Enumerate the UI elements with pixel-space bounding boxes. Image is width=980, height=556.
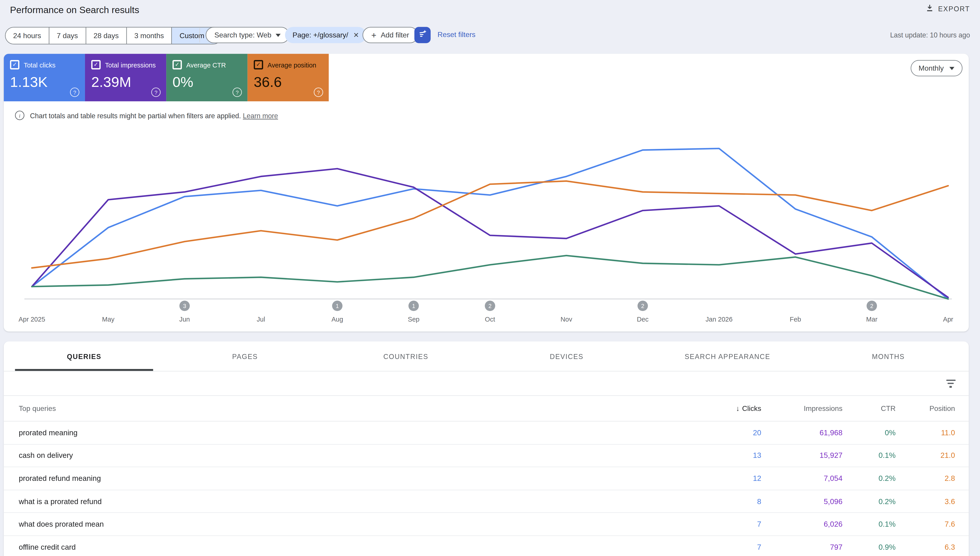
svg-text:Oct: Oct (485, 316, 495, 323)
smart-filter-button[interactable] (414, 27, 431, 43)
filter-bar: 24 hours 7 days 28 days 3 months Custom … (0, 27, 980, 44)
svg-text:Mar: Mar (866, 316, 877, 323)
tab-countries[interactable]: COUNTRIES (326, 341, 486, 371)
svg-text:Sep: Sep (408, 316, 420, 323)
svg-text:2: 2 (641, 303, 644, 309)
metric-value: 1.13K (10, 74, 79, 91)
granularity-label: Monthly (919, 64, 944, 72)
column-header-ctr[interactable]: CTR (843, 405, 896, 412)
checkbox-checked-icon[interactable]: ✓ (10, 60, 19, 70)
search-console-performance-page: Performance on Search results EXPORT 24 … (0, 0, 980, 556)
metric-tiles: ✓ Total clicks 1.13K ? ✓ Total impressio… (4, 54, 329, 101)
chevron-down-icon (949, 66, 954, 70)
column-header-top-queries[interactable]: Top queries (4, 405, 693, 412)
metric-label: Average CTR (186, 61, 226, 68)
page-filter-label: Page: +/glossary/ (292, 31, 348, 39)
help-icon[interactable]: ? (232, 87, 242, 97)
close-icon[interactable]: ✕ (353, 31, 359, 39)
table-row: offline credit card 7 797 0.9% 6.3 (4, 536, 969, 556)
date-range-28-days[interactable]: 28 days (85, 27, 126, 44)
svg-text:3: 3 (183, 303, 186, 309)
impressions-cell: 797 (761, 543, 843, 551)
tab-search-appearance[interactable]: SEARCH APPEARANCE (647, 341, 808, 371)
help-icon[interactable]: ? (314, 87, 323, 97)
add-filter-button[interactable]: + Add filter (363, 27, 418, 43)
svg-text:2: 2 (870, 303, 874, 309)
average-ctr-card[interactable]: ✓ Average CTR 0% ? (166, 54, 247, 101)
sort-desc-icon: ↓ (736, 405, 740, 412)
table-filter-icon[interactable] (946, 380, 956, 388)
svg-text:Nov: Nov (561, 316, 572, 323)
filter-divider (199, 28, 200, 43)
tab-queries[interactable]: QUERIES (4, 341, 164, 371)
reset-filters-link[interactable]: Reset filters (437, 31, 475, 38)
svg-text:1: 1 (412, 303, 415, 309)
table-row: prorated meaning 20 61,968 0% 11.0 (4, 422, 969, 444)
table-row: what is a prorated refund 8 5,096 0.2% 3… (4, 490, 969, 513)
svg-text:Dec: Dec (637, 316, 648, 323)
ctr-cell: 0.2% (843, 474, 896, 483)
position-cell: 3.6 (896, 497, 955, 506)
sparkle-filter-icon (417, 29, 427, 41)
tab-devices[interactable]: DEVICES (486, 341, 647, 371)
date-range-24-hours[interactable]: 24 hours (6, 27, 49, 44)
svg-text:Jan 2026: Jan 2026 (706, 316, 733, 323)
ctr-cell: 0.9% (843, 543, 896, 551)
tab-pages[interactable]: PAGES (164, 341, 326, 371)
query-cell[interactable]: cash on delivery (4, 451, 693, 460)
date-range-7-days[interactable]: 7 days (49, 27, 85, 44)
add-filter-label: Add filter (380, 31, 409, 39)
svg-text:May: May (102, 316, 114, 323)
impressions-cell: 61,968 (761, 428, 843, 437)
date-range-3-months[interactable]: 3 months (126, 27, 171, 44)
checkbox-checked-icon[interactable]: ✓ (254, 60, 263, 70)
column-header-position[interactable]: Position (896, 405, 955, 412)
clicks-cell: 12 (693, 474, 761, 483)
search-type-filter[interactable]: Search type: Web (206, 27, 290, 43)
svg-text:2: 2 (488, 303, 492, 309)
metric-label: Total clicks (24, 61, 55, 68)
position-cell: 2.8 (896, 474, 955, 483)
tab-months[interactable]: MONTHS (808, 341, 969, 371)
total-impressions-card[interactable]: ✓ Total impressions 2.39M ? (85, 54, 166, 101)
query-cell[interactable]: what is a prorated refund (4, 497, 693, 506)
page-title: Performance on Search results (10, 4, 139, 15)
learn-more-link[interactable]: Learn more (243, 112, 278, 119)
position-cell: 21.0 (896, 451, 955, 460)
export-button[interactable]: EXPORT (926, 4, 970, 13)
average-position-card[interactable]: ✓ Average position 36.6 ? (248, 54, 329, 101)
ctr-cell: 0% (843, 428, 896, 437)
granularity-dropdown[interactable]: Monthly (911, 60, 963, 76)
query-cell[interactable]: what does prorated mean (4, 520, 693, 529)
active-tab-indicator (15, 369, 153, 371)
help-icon[interactable]: ? (70, 87, 79, 97)
impressions-cell: 6,026 (761, 520, 843, 529)
column-header-impressions[interactable]: Impressions (761, 405, 843, 412)
custom-range-label: Custom (179, 32, 204, 39)
checkbox-checked-icon[interactable]: ✓ (172, 60, 182, 70)
total-clicks-card[interactable]: ✓ Total clicks 1.13K ? (4, 54, 85, 101)
help-icon[interactable]: ? (151, 87, 161, 97)
results-table-card: QUERIES PAGES COUNTRIES DEVICES SEARCH A… (4, 341, 969, 556)
search-type-label: Search type: Web (214, 31, 271, 39)
checkbox-checked-icon[interactable]: ✓ (91, 60, 101, 70)
last-update-text: Last update: 10 hours ago (890, 31, 970, 39)
metric-value: 36.6 (254, 74, 322, 91)
svg-text:Jun: Jun (179, 316, 190, 323)
info-icon: i (15, 111, 24, 120)
performance-line-chart[interactable]: 311222Apr 2025MayJunJulAugSepOctNovDecJa… (4, 141, 969, 329)
position-cell: 11.0 (896, 428, 955, 437)
query-cell[interactable]: prorated meaning (4, 428, 693, 437)
metric-value: 2.39M (91, 74, 160, 91)
svg-text:1: 1 (336, 303, 339, 309)
column-header-clicks[interactable]: ↓Clicks (693, 405, 761, 412)
clicks-cell: 8 (693, 497, 761, 506)
page-filter-chip[interactable]: Page: +/glossary/ ✕ (285, 27, 366, 43)
ctr-cell: 0.1% (843, 451, 896, 460)
query-cell[interactable]: prorated refund meaning (4, 474, 693, 483)
table-row: prorated refund meaning 12 7,054 0.2% 2.… (4, 467, 969, 490)
query-cell[interactable]: offline credit card (4, 543, 693, 551)
table-row: cash on delivery 13 15,927 0.1% 21.0 (4, 444, 969, 467)
ctr-cell: 0.2% (843, 497, 896, 506)
metric-label: Average position (268, 61, 316, 68)
